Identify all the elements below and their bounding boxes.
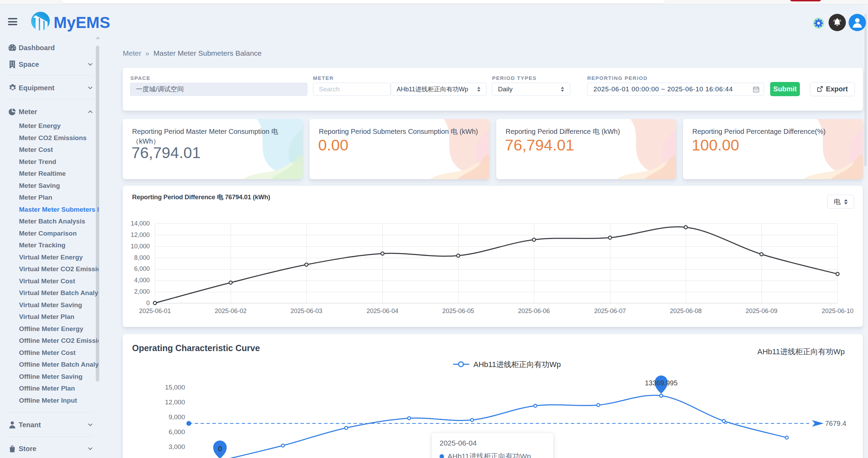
svg-text:8,000: 8,000 — [134, 254, 150, 261]
svg-text:14,000: 14,000 — [131, 220, 150, 227]
svg-text:2025-06-08: 2025-06-08 — [670, 308, 702, 314]
svg-text:6,000: 6,000 — [134, 265, 150, 272]
svg-text:2025-06-01: 2025-06-01 — [139, 308, 171, 314]
svg-text:2025-06-04: 2025-06-04 — [367, 308, 398, 314]
svg-text:2025-06-07: 2025-06-07 — [594, 308, 626, 314]
svg-text:2025-06-03: 2025-06-03 — [290, 308, 322, 314]
svg-text:10,000: 10,000 — [131, 243, 150, 250]
svg-text:9,000: 9,000 — [168, 413, 185, 421]
svg-text:2025-06-09: 2025-06-09 — [746, 308, 777, 314]
svg-text:3,000: 3,000 — [168, 443, 185, 450]
svg-text:0: 0 — [218, 445, 222, 452]
svg-text:0: 0 — [146, 300, 150, 306]
svg-text:AHb11进线柜正向有功Wp: AHb11进线柜正向有功Wp — [473, 360, 561, 369]
svg-text:12,000: 12,000 — [165, 399, 185, 406]
svg-text:13369.995: 13369.995 — [645, 379, 678, 387]
svg-text:6,000: 6,000 — [168, 428, 185, 436]
svg-text:2025-06-05: 2025-06-05 — [442, 308, 474, 314]
svg-text:7679.4: 7679.4 — [825, 420, 846, 427]
svg-text:12,000: 12,000 — [131, 231, 150, 238]
svg-text:2025-06-02: 2025-06-02 — [215, 308, 247, 314]
svg-text:2,000: 2,000 — [134, 288, 150, 295]
svg-text:4,000: 4,000 — [134, 277, 150, 284]
svg-text:2025-06-10: 2025-06-10 — [822, 308, 853, 314]
svg-text:15,000: 15,000 — [165, 384, 185, 391]
svg-text:2025-06-06: 2025-06-06 — [518, 308, 550, 314]
